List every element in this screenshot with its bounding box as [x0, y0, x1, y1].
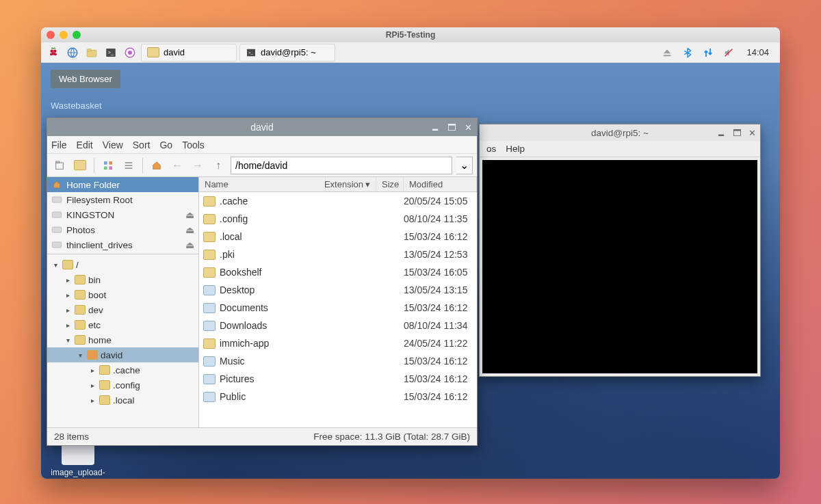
maximize-icon[interactable]: 🗖: [733, 128, 742, 138]
col-name[interactable]: Name: [199, 177, 326, 191]
tree-node[interactable]: ▸.config: [47, 377, 198, 393]
list-view-icon[interactable]: [120, 157, 137, 174]
close-icon[interactable]: ✕: [748, 128, 756, 138]
sidebar-place[interactable]: Filesystem Root: [47, 192, 198, 207]
volume-muted-icon[interactable]: [722, 46, 735, 59]
clock[interactable]: 14:04: [742, 47, 773, 57]
vm-titlebar[interactable]: RPi5-Testing: [41, 27, 780, 42]
forward-icon[interactable]: →: [190, 157, 206, 174]
folder-icon: [203, 196, 216, 207]
eject-icon[interactable]: ⏏: [185, 224, 194, 235]
file-row[interactable]: Documents15/03/24 16:12: [199, 299, 477, 317]
col-modified[interactable]: Modified: [404, 177, 477, 191]
file-row[interactable]: Public15/03/24 16:12: [199, 388, 477, 406]
file-row[interactable]: immich-app24/05/24 11:22: [199, 334, 477, 352]
menu-item[interactable]: Help: [506, 144, 525, 154]
desktop[interactable]: Web Browser Wastebasket image_upload- er…: [41, 63, 780, 479]
expand-toggle[interactable]: ▸: [64, 276, 72, 284]
network-icon[interactable]: [701, 46, 715, 59]
expand-toggle[interactable]: ▸: [64, 291, 72, 299]
expand-toggle[interactable]: ▸: [64, 306, 72, 314]
file-name: Public: [220, 391, 246, 402]
file-row[interactable]: Bookshelf15/03/24 16:05: [199, 263, 477, 281]
svg-rect-15: [56, 163, 64, 169]
col-extension[interactable]: Extension ▾: [326, 177, 376, 191]
fm-title-text: david: [250, 122, 273, 133]
menu-edit[interactable]: Edit: [77, 140, 93, 150]
help-launcher-icon[interactable]: [122, 44, 138, 61]
files-launcher-icon[interactable]: [83, 44, 100, 61]
path-input[interactable]: /home/david: [231, 157, 452, 174]
home-icon[interactable]: [148, 157, 165, 174]
tree-node[interactable]: ▸.cache: [47, 362, 198, 377]
menu-go[interactable]: Go: [159, 140, 172, 150]
up-icon[interactable]: ↑: [210, 157, 226, 174]
file-manager-window[interactable]: david 🗕 🗖 ✕ File Edit View Sort Go Tools: [47, 118, 478, 446]
menu-item[interactable]: os: [486, 144, 496, 154]
menu-tools[interactable]: Tools: [182, 140, 205, 150]
taskbar-task-files[interactable]: david: [141, 44, 237, 62]
wastebasket-label[interactable]: Wastebasket: [51, 101, 102, 111]
sidebar-place[interactable]: Photos⏏: [47, 222, 198, 237]
expand-toggle[interactable]: ▸: [64, 321, 72, 329]
terminal-titlebar[interactable]: david@rpi5: ~ 🗕 🗖 ✕: [480, 124, 760, 141]
icon-view-icon[interactable]: [100, 157, 116, 174]
expand-toggle[interactable]: ▾: [76, 352, 84, 359]
folder-icon: [75, 320, 86, 330]
tree-node[interactable]: ▸boot: [47, 287, 198, 302]
web-browser-button[interactable]: Web Browser: [51, 70, 120, 88]
svg-rect-19: [104, 166, 107, 170]
file-row[interactable]: Music15/03/24 16:12: [199, 352, 477, 370]
menu-sort[interactable]: Sort: [133, 140, 151, 150]
folder-icon: [75, 335, 86, 345]
taskbar-task-terminal[interactable]: >_ david@rpi5: ~: [239, 44, 335, 62]
place-label: Photos: [66, 225, 95, 235]
tree-node[interactable]: ▸dev: [47, 302, 198, 317]
raspberry-menu-icon[interactable]: [45, 44, 62, 61]
fm-sidebar: Home FolderFilesystem RootKINGSTON⏏Photo…: [47, 177, 199, 427]
file-row[interactable]: .config08/10/24 11:35: [199, 210, 477, 228]
menu-file[interactable]: File: [51, 140, 67, 150]
fm-titlebar[interactable]: david 🗕 🗖 ✕: [47, 118, 477, 136]
expand-toggle[interactable]: ▾: [51, 261, 60, 269]
tree-node[interactable]: ▸etc: [47, 317, 198, 332]
path-history-dropdown[interactable]: ⌄: [456, 157, 473, 174]
file-list[interactable]: .cache20/05/24 15:05.config08/10/24 11:3…: [199, 192, 477, 427]
tree-node[interactable]: ▾home: [47, 332, 198, 347]
expand-toggle[interactable]: ▾: [64, 336, 72, 344]
file-row[interactable]: Pictures15/03/24 16:12: [199, 370, 477, 388]
maximize-icon[interactable]: 🗖: [447, 122, 456, 132]
file-row[interactable]: .pki13/05/24 12:53: [199, 246, 477, 263]
sidebar-place[interactable]: Home Folder: [47, 177, 198, 192]
sidebar-place[interactable]: thinclient_drives⏏: [47, 237, 198, 252]
tree-node[interactable]: ▸.local: [47, 393, 198, 408]
minimize-icon[interactable]: 🗕: [717, 128, 726, 138]
new-tab-icon[interactable]: [51, 157, 68, 174]
eject-icon[interactable]: [660, 46, 674, 59]
file-row[interactable]: Downloads08/10/24 11:34: [199, 317, 477, 334]
terminal-window[interactable]: david@rpi5: ~ 🗕 🗖 ✕ os Help: [479, 124, 761, 377]
terminal-body[interactable]: [482, 160, 757, 373]
tree-node[interactable]: ▸bin: [47, 272, 198, 287]
file-row[interactable]: .local15/03/24 16:12: [199, 228, 477, 246]
sidebar-place[interactable]: KINGSTON⏏: [47, 207, 198, 222]
browser-launcher-icon[interactable]: [64, 44, 81, 61]
tree-node[interactable]: ▾/: [47, 257, 198, 272]
bluetooth-icon[interactable]: [681, 46, 694, 59]
col-size[interactable]: Size: [376, 177, 404, 191]
minimize-icon[interactable]: 🗕: [430, 122, 440, 132]
expand-toggle[interactable]: ▸: [88, 382, 96, 389]
back-icon[interactable]: ←: [169, 157, 185, 174]
eject-icon[interactable]: ⏏: [185, 209, 194, 220]
expand-toggle[interactable]: ▸: [88, 397, 96, 404]
column-headers[interactable]: Name Extension ▾ Size Modified: [199, 177, 477, 192]
file-row[interactable]: Desktop13/05/24 13:15: [199, 281, 477, 299]
menu-view[interactable]: View: [103, 140, 123, 150]
terminal-launcher-icon[interactable]: >_: [103, 44, 119, 61]
eject-icon[interactable]: ⏏: [185, 239, 194, 250]
expand-toggle[interactable]: ▸: [88, 367, 96, 374]
file-row[interactable]: .cache20/05/24 15:05: [199, 192, 477, 210]
new-folder-icon[interactable]: [72, 157, 88, 174]
close-icon[interactable]: ✕: [463, 122, 473, 132]
tree-node[interactable]: ▾david: [47, 347, 198, 362]
